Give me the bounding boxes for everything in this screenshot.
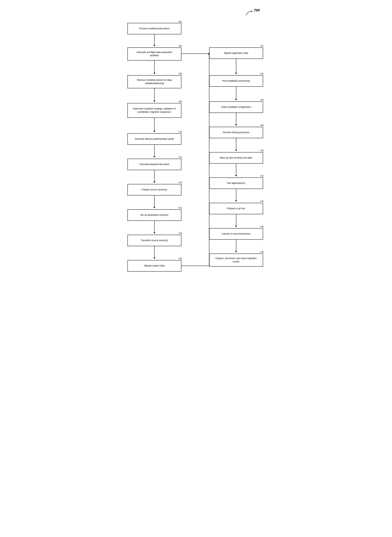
box-704: Generate pre-flight data acquisitionwork…	[127, 48, 181, 61]
arrow-732-734	[236, 189, 236, 200]
ref-730: 730	[260, 149, 264, 152]
box-720: Migrate system data	[127, 260, 181, 271]
ref-702: 702	[178, 20, 182, 23]
box-736: Cutover to new environment	[209, 228, 263, 240]
arrow-724-726	[236, 87, 236, 99]
arrow-710-712	[154, 145, 154, 156]
arrow-736-738	[236, 240, 236, 251]
title-arrow-icon	[244, 10, 254, 16]
box-732: Test application(s)	[209, 177, 263, 189]
ref-732: 732	[260, 175, 264, 177]
arrow-708-710	[154, 118, 154, 131]
ref-726: 726	[260, 99, 264, 101]
box-714: Prepare source server(s)	[127, 184, 181, 195]
connector-720-722	[181, 47, 211, 272]
ref-738: 738	[260, 251, 264, 253]
arrow-730-732	[236, 164, 236, 175]
box-728: Remote testing processes	[209, 127, 263, 138]
box-718: Transition source server(s)	[127, 235, 181, 246]
box-730: Back up new server(s) and data	[209, 152, 263, 164]
arrow-706-708	[154, 88, 154, 101]
arrow-712-714	[154, 170, 154, 181]
arrow-702-704	[154, 34, 154, 45]
diagram-title: 700	[254, 8, 260, 12]
connector-704-722	[181, 53, 209, 54]
box-724: Post installation processing	[209, 75, 263, 87]
arrow-734-736	[236, 214, 236, 226]
box-706: Retrieve modeling reports for datavalida…	[127, 75, 181, 88]
box-702: Process modeling information	[127, 23, 181, 34]
box-722: Migrate application data	[209, 48, 263, 59]
ref-736: 736	[260, 225, 264, 228]
box-738: Capture, document, and report migrationr…	[209, 253, 263, 267]
ref-724: 724	[260, 72, 264, 75]
box-710: Generate delivery plan/transition guide	[127, 133, 181, 145]
ref-734: 734	[260, 200, 264, 203]
box-726: Verify candidate configuration	[209, 101, 263, 113]
box-712: Generate blueprint document	[127, 159, 181, 170]
arrow-728-730	[236, 138, 236, 150]
box-708: Determine migration strategy, validation…	[127, 103, 181, 118]
arrow-726-728	[236, 113, 236, 124]
arrow-714-716	[154, 195, 154, 207]
ref-722: 722	[260, 45, 264, 47]
box-734: Prepare to go live	[209, 203, 263, 214]
arrow-722-724	[236, 59, 236, 73]
arrow-704-706	[154, 61, 154, 73]
box-716: Set up destination server(s)	[127, 209, 181, 221]
ref-728: 728	[260, 124, 264, 126]
arrow-716-718	[154, 221, 154, 232]
diagram-container: 700 702 Process modeling information 704…	[122, 7, 270, 514]
arrow-718-720	[154, 246, 154, 258]
